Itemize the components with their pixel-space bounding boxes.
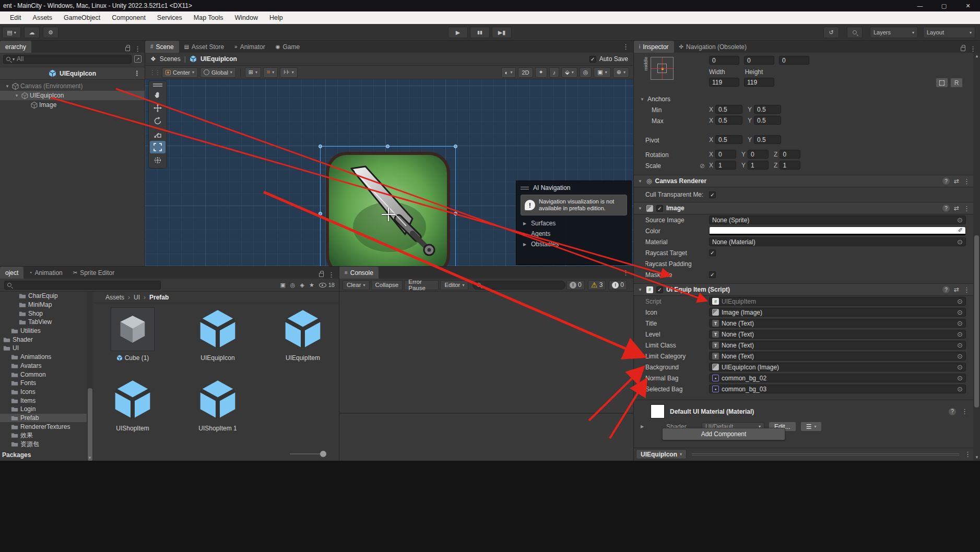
scroll-down-icon[interactable]: ▼: [975, 455, 979, 460]
scene-view-tab[interactable]: ▤Asset Store: [179, 41, 229, 53]
rotate-tool-button[interactable]: [150, 115, 166, 127]
console-toolbar-button[interactable]: Clear▾: [343, 280, 370, 290]
project-asset-item[interactable]: UIShopItem 1: [186, 378, 249, 448]
color-row[interactable]: Color✐: [634, 225, 973, 236]
normal-bag-row[interactable]: Normal Bagcommon_bg_02⊙: [634, 373, 973, 383]
anchor-min-y[interactable]: 0.5: [754, 105, 781, 114]
audio-toggle[interactable]: ♪: [549, 67, 560, 78]
console-search-input[interactable]: [473, 281, 565, 290]
snap-increment[interactable]: ⊦⊦▾: [280, 67, 297, 78]
resize-handle[interactable]: [454, 145, 457, 148]
ai-nav-foldout[interactable]: ▶Surfaces: [516, 217, 631, 227]
folder-row[interactable]: Avatars: [0, 362, 87, 370]
hand-tool-button[interactable]: [150, 89, 166, 101]
raycast-target-row[interactable]: Raycast Target✓: [634, 247, 973, 258]
label-filter-icon[interactable]: ◈: [300, 282, 304, 289]
folder-row[interactable]: Shader: [0, 335, 87, 344]
pos-z-field[interactable]: 0: [779, 56, 809, 65]
scale-z[interactable]: 1: [780, 161, 800, 170]
menu-item[interactable]: Services: [151, 11, 188, 24]
effects-toggle[interactable]: ⬙▾: [561, 67, 577, 78]
kebab-menu-icon[interactable]: ⋮: [963, 205, 970, 212]
presets-icon[interactable]: ⇄: [954, 177, 959, 185]
pivot-dropdown[interactable]: Center▾: [162, 67, 198, 78]
step-button[interactable]: ▶▮: [492, 27, 512, 38]
search-icon[interactable]: [847, 27, 863, 38]
folder-row[interactable]: Fonts: [0, 379, 87, 388]
rotation-z[interactable]: 0: [780, 150, 800, 159]
2d-toggle[interactable]: 2D: [518, 67, 533, 78]
help-icon[interactable]: ?: [949, 408, 956, 415]
breadcrumb-assets[interactable]: Assets: [105, 294, 124, 301]
lock-icon[interactable]: [319, 273, 324, 277]
breadcrumb-current[interactable]: UIEquipIcon: [200, 55, 237, 63]
folder-row[interactable]: TabView: [0, 318, 87, 327]
menu-item[interactable]: Window: [229, 11, 264, 24]
tab-console[interactable]: ≡Console: [339, 267, 379, 279]
undo-history-icon[interactable]: ↺: [823, 27, 839, 38]
scale-tool-button[interactable]: [150, 128, 166, 140]
eyedropper-icon[interactable]: ✐: [958, 227, 963, 234]
sprite-pack-icon[interactable]: ▣: [280, 282, 285, 289]
breadcrumb-ui[interactable]: UI: [134, 294, 140, 301]
object-picker-icon[interactable]: ⊙: [957, 319, 963, 327]
help-icon[interactable]: ?: [942, 205, 950, 212]
kebab-menu-icon[interactable]: ⋮: [963, 286, 970, 294]
object-picker-icon[interactable]: ⊙: [957, 238, 963, 246]
inspector-tab[interactable]: ✣Navigation (Obsolete): [674, 41, 752, 53]
kebab-menu-icon[interactable]: ⋮: [622, 269, 629, 277]
console-toolbar-button[interactable]: Error Pause: [404, 280, 439, 290]
anchor-preset-widget[interactable]: middle: [642, 56, 675, 84]
maximize-button[interactable]: ▢: [932, 0, 956, 11]
object-field[interactable]: UIEquipIcon (Image)⊙: [709, 363, 966, 371]
folder-row[interactable]: Login: [0, 405, 87, 414]
folder-row[interactable]: Icons: [0, 388, 87, 397]
object-field[interactable]: Image (Image)⊙: [709, 308, 966, 317]
selected-bag-row[interactable]: Selected Bagcommon_bg_03⊙: [634, 383, 973, 394]
cloud-icon[interactable]: ☁: [24, 27, 40, 38]
anchor-min-x[interactable]: 0.5: [715, 105, 742, 114]
prefab-header[interactable]: UIEquipIcon ⋮: [0, 67, 145, 80]
orientation-dropdown[interactable]: Global▾: [200, 67, 236, 78]
project-asset-item[interactable]: UIShopItem: [101, 378, 164, 448]
breadcrumb-prefab[interactable]: Prefab: [149, 294, 169, 301]
help-icon[interactable]: ?: [942, 177, 950, 185]
services-gear-icon[interactable]: ⚙: [43, 27, 58, 38]
project-search-input[interactable]: [4, 281, 161, 290]
folder-row[interactable]: Items: [0, 396, 87, 405]
blueprint-mode-button[interactable]: [936, 78, 948, 88]
folder-row[interactable]: Utilities: [0, 327, 87, 335]
shading-mode[interactable]: ◐▾: [501, 67, 516, 78]
breadcrumb-scenes[interactable]: Scenes: [160, 55, 181, 63]
close-button[interactable]: ✕: [956, 0, 980, 11]
background-row[interactable]: BackgroundUIEquipIcon (Image)⊙: [634, 362, 973, 373]
height-field[interactable]: 119: [744, 78, 774, 87]
layers-dropdown[interactable]: Layers▾: [870, 27, 918, 38]
object-picker-icon[interactable]: ⊙: [957, 216, 963, 224]
console-toolbar-button[interactable]: Editor▾: [440, 280, 468, 290]
hierarchy-row[interactable]: Image: [0, 100, 145, 110]
gizmos-toggle[interactable]: ⊕▾: [613, 67, 629, 78]
console-splitter[interactable]: [339, 413, 633, 414]
menu-item[interactable]: Assets: [27, 11, 58, 24]
image-component-header[interactable]: ▼ ✓ Image ?⇄⋮: [634, 202, 973, 214]
rotation-x[interactable]: 0: [715, 150, 736, 159]
component-enabled-checkbox[interactable]: ✓: [656, 205, 663, 212]
object-field[interactable]: UIEquipItem⊙: [709, 297, 966, 306]
add-component-button[interactable]: Add Component: [662, 428, 785, 440]
project-asset-item[interactable]: UIEquipItem: [271, 307, 334, 378]
hierarchy-row[interactable]: ▼ UIEquipIcon: [0, 91, 145, 100]
favorites-icon[interactable]: ★: [309, 282, 314, 289]
pivot-x[interactable]: 0.5: [715, 135, 742, 144]
kebab-menu-icon[interactable]: ⋮: [970, 45, 976, 53]
menu-item[interactable]: GameObject: [58, 11, 106, 24]
scene-view-tab[interactable]: »Animator: [229, 41, 270, 53]
resize-handle[interactable]: [454, 212, 457, 215]
drag-handle-icon[interactable]: [521, 187, 529, 189]
resize-handle[interactable]: [318, 145, 322, 148]
folder-row[interactable]: RendererTextures: [0, 422, 87, 431]
kebab-menu-icon[interactable]: ⋮: [134, 69, 140, 77]
bottom-panel-tab[interactable]: ✂Sprite Editor: [68, 267, 120, 279]
kebab-menu-icon[interactable]: ⋮: [961, 407, 968, 415]
maskable-row[interactable]: Maskable✓: [634, 269, 973, 280]
